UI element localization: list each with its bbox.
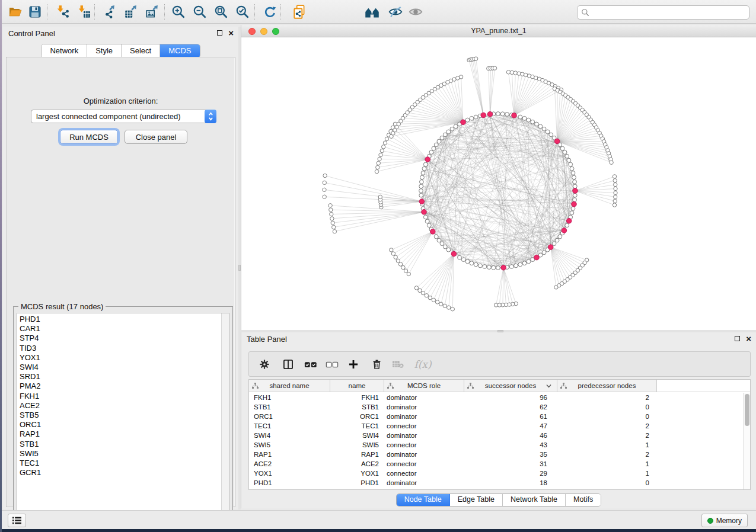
export-table-icon[interactable] bbox=[122, 3, 141, 21]
tab-network[interactable]: Network bbox=[42, 44, 87, 57]
graph-edges bbox=[324, 59, 615, 309]
tab-select[interactable]: Select bbox=[122, 44, 160, 57]
zoom-fit-icon[interactable] bbox=[212, 3, 231, 21]
status-bar: Memory bbox=[2, 510, 756, 529]
list-item[interactable]: CAR1 bbox=[17, 324, 221, 334]
list-item[interactable]: SWI4 bbox=[17, 363, 221, 372]
table-body: FKH1FKH1dominator962STB1STB1dominator620… bbox=[249, 393, 743, 489]
zoom-selected-icon[interactable] bbox=[233, 3, 252, 21]
table-row[interactable]: YOX1YOX1connector291 bbox=[249, 469, 743, 478]
deselect-all-icon[interactable] bbox=[324, 356, 340, 373]
list-item[interactable]: STB5 bbox=[17, 411, 221, 420]
cell-name: FKH1 bbox=[330, 393, 384, 402]
list-item[interactable]: PMA2 bbox=[17, 382, 221, 391]
table-row[interactable]: ACE2ACE2connector311 bbox=[249, 459, 743, 469]
select-all-icon[interactable] bbox=[302, 356, 319, 373]
tab-mcds[interactable]: MCDS bbox=[160, 44, 199, 57]
cell-shared_name: TEC1 bbox=[249, 421, 330, 431]
table-row[interactable]: ORC1ORC1dominator610 bbox=[249, 412, 743, 421]
column-header-predecessor-nodes[interactable]: predecessor nodes bbox=[557, 380, 657, 392]
cell-shared_name: PHD1 bbox=[249, 478, 330, 488]
list-item[interactable]: TEC1 bbox=[17, 459, 221, 468]
network-graph[interactable] bbox=[241, 37, 756, 330]
table-row[interactable]: RAP1RAP1dominator352 bbox=[249, 450, 743, 459]
column-header-successor-nodes[interactable]: successor nodes bbox=[464, 380, 557, 392]
tab-network-table[interactable]: Network Table bbox=[503, 494, 566, 506]
zoom-out-icon[interactable] bbox=[190, 3, 209, 21]
table-panel-title: Table Panel bbox=[247, 335, 287, 344]
mcds-result-title: MCDS result (17 nodes) bbox=[18, 302, 106, 311]
network-canvas[interactable] bbox=[241, 37, 756, 330]
list-item[interactable]: PHD1 bbox=[17, 315, 221, 324]
delete-row-icon[interactable] bbox=[368, 356, 385, 373]
mcds-result-list[interactable]: PHD1CAR1STP4TID3YOX1SWI4SRD1PMA2FKH1ACE2… bbox=[17, 313, 229, 524]
import-table-icon[interactable] bbox=[74, 3, 93, 21]
float-panel-icon[interactable] bbox=[217, 30, 222, 36]
clone-network-icon[interactable] bbox=[290, 3, 309, 21]
export-image-icon[interactable] bbox=[143, 3, 162, 21]
table-row[interactable]: SWI5SWI5connector431 bbox=[249, 440, 743, 450]
column-header-shared-name[interactable]: shared name bbox=[249, 380, 330, 392]
network-window: YPA_prune.txt_1 bbox=[241, 25, 756, 330]
table-row[interactable]: FKH1FKH1dominator962 bbox=[249, 393, 743, 402]
search-field[interactable] bbox=[577, 5, 749, 20]
column-header-name[interactable]: name bbox=[330, 380, 384, 392]
run-mcds-button[interactable]: Run MCDS bbox=[60, 130, 118, 144]
table-row[interactable]: PHD1PHD1dominator180 bbox=[249, 478, 743, 488]
tab-motifs[interactable]: Motifs bbox=[566, 494, 601, 506]
list-item[interactable]: YOX1 bbox=[17, 353, 221, 363]
hide-selected-icon[interactable] bbox=[386, 3, 405, 21]
cell-predecessor_nodes: 1 bbox=[557, 459, 657, 469]
refresh-layout-icon[interactable] bbox=[260, 3, 279, 21]
cell-shared_name: SWI5 bbox=[249, 440, 330, 450]
network-search-icon[interactable] bbox=[362, 3, 381, 21]
memory-status-icon bbox=[707, 518, 713, 524]
search-input[interactable] bbox=[592, 8, 749, 17]
main-toolbar bbox=[2, 0, 756, 24]
network-titlebar[interactable]: YPA_prune.txt_1 bbox=[241, 25, 756, 37]
list-scrollbar[interactable] bbox=[221, 313, 229, 523]
list-item[interactable]: RAP1 bbox=[17, 430, 221, 439]
list-item[interactable]: SRD1 bbox=[17, 372, 221, 382]
criterion-dropdown[interactable]: largest connected component (undirected) bbox=[31, 110, 216, 123]
import-network-icon[interactable] bbox=[53, 3, 72, 21]
close-panel-icon[interactable]: × bbox=[746, 336, 751, 341]
zoom-in-icon[interactable] bbox=[169, 3, 188, 21]
list-item[interactable]: STB1 bbox=[17, 440, 221, 449]
list-item[interactable]: GCR1 bbox=[17, 468, 221, 477]
cell-name: ORC1 bbox=[330, 412, 384, 421]
show-columns-icon[interactable] bbox=[280, 356, 296, 373]
float-panel-icon[interactable] bbox=[735, 336, 740, 341]
list-item[interactable]: STP4 bbox=[17, 334, 221, 343]
list-item[interactable]: TID3 bbox=[17, 344, 221, 353]
tab-style[interactable]: Style bbox=[87, 44, 122, 57]
cell-mcds_role: connector bbox=[384, 469, 464, 478]
memory-button[interactable]: Memory bbox=[701, 514, 748, 527]
toolbar-separator bbox=[94, 4, 95, 20]
column-header-MCDS-role[interactable]: MCDS role bbox=[384, 380, 464, 392]
export-network-icon[interactable] bbox=[100, 3, 119, 21]
tab-edge-table[interactable]: Edge Table bbox=[450, 494, 503, 506]
list-item[interactable]: SWI5 bbox=[17, 449, 221, 459]
table-row[interactable]: STB1STB1dominator620 bbox=[249, 402, 743, 412]
cell-predecessor_nodes: 2 bbox=[557, 450, 657, 459]
list-item[interactable]: ORC1 bbox=[17, 420, 221, 430]
table-scrollbar[interactable] bbox=[743, 393, 750, 489]
table-header: shared namenameMCDS rolesuccessor nodesp… bbox=[249, 380, 750, 392]
list-item[interactable]: ACE2 bbox=[17, 401, 221, 411]
tab-node-table[interactable]: Node Table bbox=[397, 494, 450, 506]
scrollbar-thumb[interactable] bbox=[745, 394, 749, 426]
cell-successor_nodes: 62 bbox=[464, 402, 557, 412]
close-panel-icon[interactable]: × bbox=[228, 30, 234, 36]
task-history-button[interactable] bbox=[8, 514, 26, 527]
table-row[interactable]: SWI4SWI4dominator462 bbox=[249, 431, 743, 440]
cell-predecessor_nodes: 0 bbox=[557, 402, 657, 412]
table-settings-icon[interactable] bbox=[256, 356, 273, 373]
add-row-icon[interactable] bbox=[345, 356, 362, 373]
show-all-icon[interactable] bbox=[406, 3, 425, 21]
close-panel-button[interactable]: Close panel bbox=[125, 130, 187, 144]
save-session-icon[interactable] bbox=[25, 3, 44, 21]
open-file-icon[interactable] bbox=[5, 3, 24, 21]
table-row[interactable]: TEC1TEC1connector472 bbox=[249, 421, 743, 431]
list-item[interactable]: FKH1 bbox=[17, 392, 221, 401]
